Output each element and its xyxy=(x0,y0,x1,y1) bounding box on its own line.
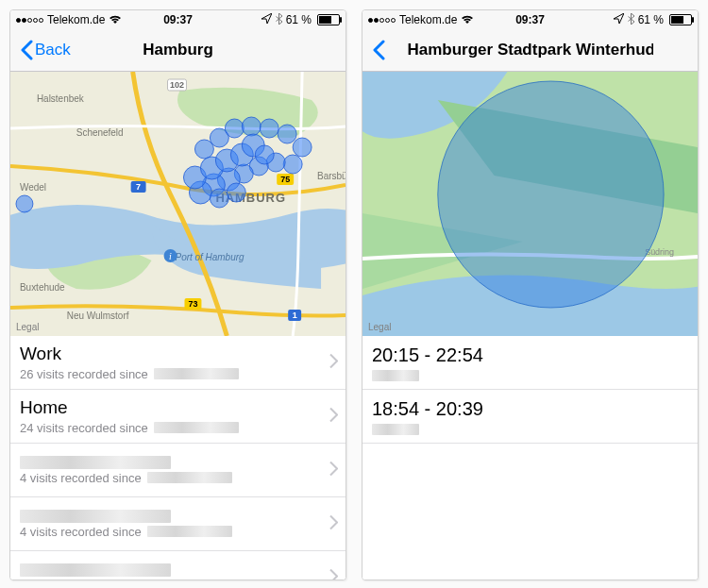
visit-time-row[interactable]: 18:54 - 20:39 xyxy=(362,390,698,444)
signal-strength-icon xyxy=(16,18,43,23)
svg-point-21 xyxy=(16,195,33,212)
visit-times-list: 20:15 - 22:54 18:54 - 20:39 xyxy=(362,336,698,580)
svg-text:75: 75 xyxy=(280,175,290,184)
bluetooth-icon xyxy=(628,13,634,27)
back-button[interactable]: Back xyxy=(16,29,75,71)
battery-percent: 61 % xyxy=(286,13,312,26)
signal-strength-icon xyxy=(368,18,396,23)
wifi-icon xyxy=(461,14,474,26)
svg-text:1: 1 xyxy=(293,311,297,320)
redacted-date xyxy=(372,370,419,381)
wifi-icon xyxy=(109,14,122,26)
svg-text:Port of Hamburg: Port of Hamburg xyxy=(176,252,244,262)
nav-title: Hamburg xyxy=(143,41,213,59)
location-row[interactable]: 2 visits recorded since xyxy=(10,551,346,580)
redacted-date xyxy=(147,472,232,483)
location-row[interactable]: 4 visits recorded since xyxy=(10,497,346,551)
svg-point-26 xyxy=(260,119,278,138)
map-location[interactable]: Südring Legal xyxy=(362,72,698,336)
back-label: Back xyxy=(35,41,71,59)
redacted-date xyxy=(147,526,232,537)
svg-text:Neu Wulmstorf: Neu Wulmstorf xyxy=(67,311,129,321)
location-title: Work xyxy=(20,344,317,365)
chevron-right-icon xyxy=(329,515,338,533)
redacted-date xyxy=(372,424,419,435)
status-bar: Telekom.de 09:37 61 % xyxy=(362,10,698,29)
chevron-left-icon xyxy=(372,40,385,60)
svg-point-28 xyxy=(293,138,312,157)
svg-text:Halstenbek: Halstenbek xyxy=(37,93,84,104)
svg-text:Barsbüt: Barsbüt xyxy=(317,171,346,181)
svg-text:Schenefeld: Schenefeld xyxy=(76,127,124,138)
location-subtitle: 26 visits recorded since xyxy=(20,367,148,381)
visit-time-range: 18:54 - 20:39 xyxy=(372,397,669,420)
redacted-title xyxy=(20,510,171,523)
bluetooth-icon xyxy=(276,13,282,27)
phone-right: Telekom.de 09:37 61 % Hamburg xyxy=(362,9,699,580)
location-subtitle: 4 visits recorded since xyxy=(20,471,142,485)
locations-list: Work 26 visits recorded since Home 24 vi… xyxy=(10,336,346,580)
svg-text:102: 102 xyxy=(170,80,184,90)
map-legal-link[interactable]: Legal xyxy=(368,322,391,332)
redacted-date xyxy=(154,422,239,433)
back-button[interactable] xyxy=(368,29,389,71)
location-row[interactable]: Home 24 visits recorded since xyxy=(10,390,346,444)
location-title: Home xyxy=(20,397,317,419)
battery-percent: 61 % xyxy=(638,13,664,26)
svg-point-43 xyxy=(227,183,245,202)
svg-text:73: 73 xyxy=(188,299,197,309)
carrier-label: Telekom.de xyxy=(399,13,457,26)
svg-point-27 xyxy=(278,125,296,143)
chevron-right-icon xyxy=(329,569,338,580)
svg-text:Wedel: Wedel xyxy=(20,182,46,193)
location-row[interactable]: 4 visits recorded since xyxy=(10,444,346,497)
carrier-label: Telekom.de xyxy=(47,13,105,26)
side-by-side-container: Telekom.de 09:37 61 % Back xyxy=(0,0,708,588)
visit-time-range: 20:15 - 22:54 xyxy=(372,344,669,366)
navigation-icon xyxy=(614,13,624,26)
battery-icon xyxy=(317,14,340,25)
nav-title: Hamburger Stadtpark Winterhude xyxy=(408,41,653,59)
navigation-icon xyxy=(261,13,272,26)
svg-point-46 xyxy=(438,81,664,308)
svg-point-41 xyxy=(255,145,274,164)
location-subtitle: 24 visits recorded since xyxy=(20,421,148,435)
chevron-right-icon xyxy=(329,354,338,372)
svg-point-42 xyxy=(210,189,228,208)
svg-text:7: 7 xyxy=(136,182,141,192)
location-subtitle: 4 visits recorded since xyxy=(20,525,142,539)
svg-point-29 xyxy=(283,155,302,174)
redacted-date xyxy=(154,368,239,379)
status-bar: Telekom.de 09:37 61 % xyxy=(10,10,346,29)
redacted-title xyxy=(20,563,171,577)
chevron-right-icon xyxy=(329,408,338,426)
battery-icon xyxy=(669,14,692,25)
visit-time-row[interactable]: 20:15 - 22:54 xyxy=(362,336,698,390)
chevron-right-icon xyxy=(329,462,338,479)
location-subtitle: 2 visits recorded since xyxy=(20,579,142,580)
nav-bar: Hamburger Stadtpark Winterhude xyxy=(362,29,698,72)
nav-bar: Back Hamburg xyxy=(10,29,346,72)
svg-text:i: i xyxy=(169,251,172,261)
svg-text:Buxtehude: Buxtehude xyxy=(20,282,65,293)
map-legal-link[interactable]: Legal xyxy=(16,322,39,332)
phone-left: Telekom.de 09:37 61 % Back xyxy=(9,9,346,580)
svg-point-24 xyxy=(225,119,244,138)
map-city[interactable]: 7 75 1 73 102 HAMBURG Port of Hamburg Ha… xyxy=(10,72,346,336)
redacted-title xyxy=(20,456,171,469)
chevron-left-icon xyxy=(20,40,33,60)
location-row[interactable]: Work 26 visits recorded since xyxy=(10,336,346,390)
svg-point-25 xyxy=(242,117,261,136)
